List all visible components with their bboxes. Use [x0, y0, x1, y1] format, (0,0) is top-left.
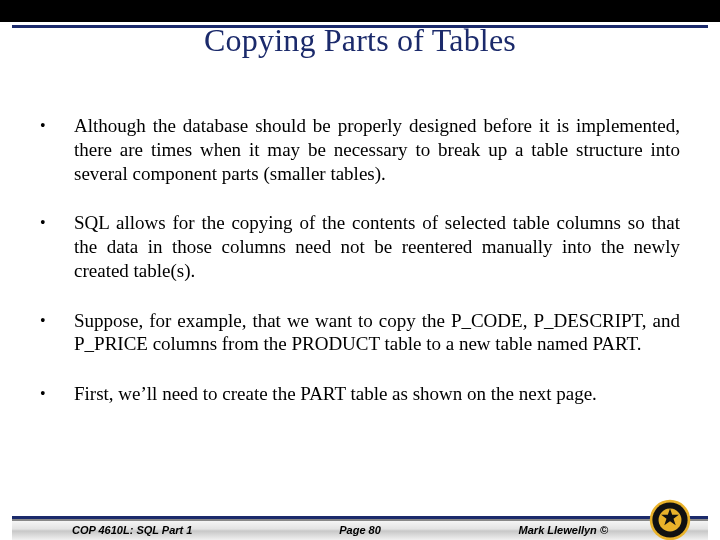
ucf-logo-icon: [648, 498, 692, 540]
bullet-text: Suppose, for example, that we want to co…: [74, 309, 680, 357]
bullet-text: SQL allows for the copying of the conten…: [74, 211, 680, 282]
bullet-marker: •: [40, 114, 74, 185]
bullet-list: • Although the database should be proper…: [40, 114, 680, 432]
footer-text: COP 4610L: SQL Part 1 Page 80 Mark Llewe…: [12, 516, 708, 540]
top-rule: [12, 25, 708, 28]
footer: COP 4610L: SQL Part 1 Page 80 Mark Llewe…: [12, 516, 708, 540]
bullet-marker: •: [40, 309, 74, 357]
bullet-text: Although the database should be properly…: [74, 114, 680, 185]
slide: Copying Parts of Tables • Although the d…: [0, 22, 720, 540]
bullet-marker: •: [40, 382, 74, 406]
bullet-item: • Suppose, for example, that we want to …: [40, 309, 680, 357]
footer-right: Mark Llewellyn ©: [519, 524, 608, 536]
bullet-item: • SQL allows for the copying of the cont…: [40, 211, 680, 282]
bullet-item: • Although the database should be proper…: [40, 114, 680, 185]
bullet-marker: •: [40, 211, 74, 282]
bullet-item: • First, we’ll need to create the PART t…: [40, 382, 680, 406]
bullet-text: First, we’ll need to create the PART tab…: [74, 382, 680, 406]
